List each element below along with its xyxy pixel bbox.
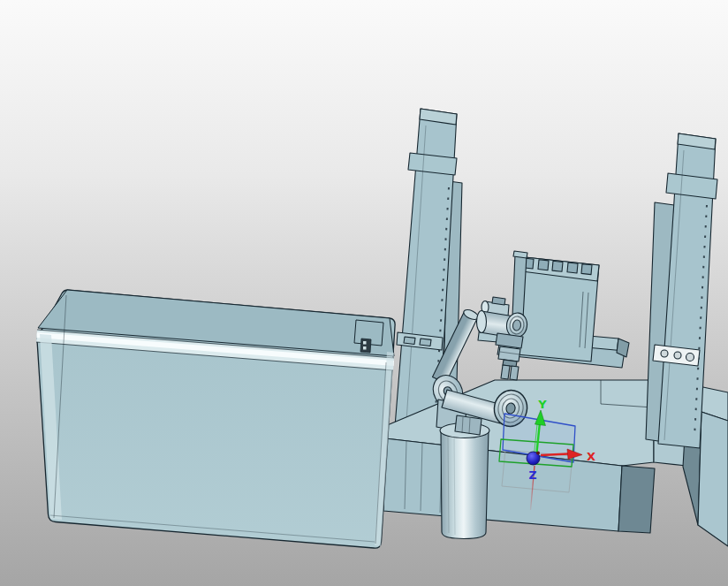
connector-pin — [363, 346, 367, 350]
fixture-comb-slot — [552, 261, 563, 271]
fixture-comb-slot — [567, 263, 578, 273]
origin-point — [536, 452, 540, 455]
fixture-comb-slot — [581, 264, 592, 275]
robot-mount-block — [455, 415, 482, 435]
robot-wrist-top-fitting — [492, 297, 505, 305]
mounting-plate-hole — [674, 352, 681, 359]
enclosure-connector-block — [360, 339, 371, 353]
robot-wrist-cap — [477, 311, 487, 333]
axis-label-z: Z — [528, 468, 536, 482]
fixture-side-post-cap — [513, 251, 527, 258]
platform-notch-face — [618, 466, 655, 533]
gripper-finger-left — [501, 365, 510, 379]
fixture-comb-slot — [538, 260, 549, 270]
gripper-finger-right — [510, 366, 519, 380]
axis-label-x: X — [587, 450, 595, 463]
platform-right-face — [698, 412, 728, 546]
left-column-bracket-slot — [420, 339, 431, 346]
enclosure-cabinet[interactable] — [36, 290, 395, 548]
mounting-plate-hole — [686, 354, 694, 361]
cad-viewport[interactable]: Y X Z — [0, 0, 728, 586]
x-axis-shaft[interactable] — [541, 454, 568, 456]
connector-pin — [363, 341, 367, 345]
mounting-plate-hole — [661, 350, 668, 357]
axis-label-y: Y — [537, 398, 547, 411]
left-column-bracket-slot — [404, 337, 415, 345]
